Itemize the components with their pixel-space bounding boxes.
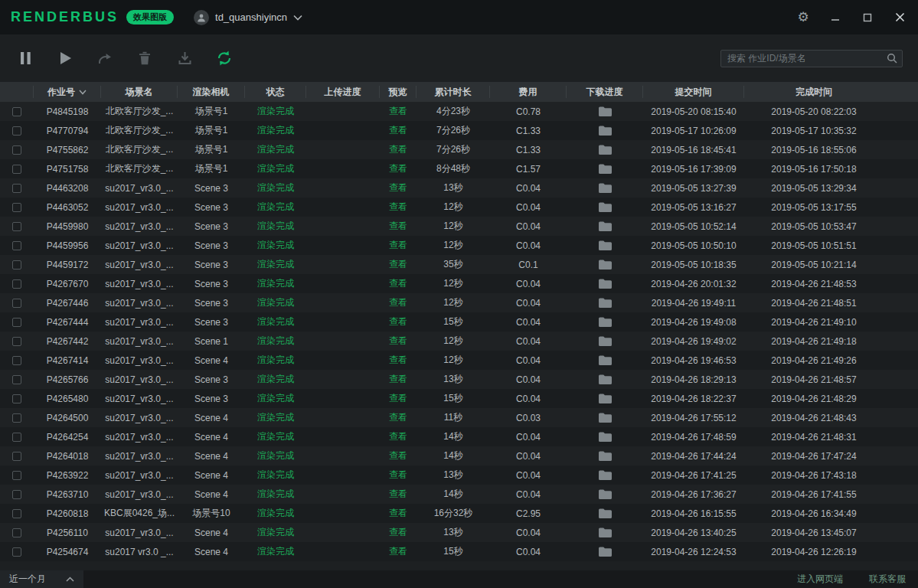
download-folder-icon[interactable] (567, 102, 643, 121)
row-checkbox[interactable] (12, 413, 21, 423)
download-folder-icon[interactable] (567, 504, 643, 523)
row-checkbox[interactable] (12, 126, 21, 136)
table-row[interactable]: P4260818KBC展0426_场...场景号10渲染完成查看16分32秒C2… (0, 504, 918, 523)
download-folder-icon[interactable] (567, 523, 643, 542)
download-folder-icon[interactable] (567, 408, 643, 427)
contact-support-link[interactable]: 联系客服 (869, 573, 906, 586)
row-checkbox[interactable] (12, 547, 21, 557)
table-row[interactable]: P4254674su2017 vr3.0 _...Scene 4渲染完成查看15… (0, 542, 918, 561)
table-row[interactable]: P4770794北欧客厅沙发_...场景号1渲染完成查看7分26秒C1.3320… (0, 121, 918, 140)
start-button[interactable] (55, 48, 75, 68)
time-range-filter[interactable]: 近一个月 (0, 570, 83, 588)
download-folder-icon[interactable] (567, 389, 643, 408)
table-row[interactable]: P4265480su2017_vr3.0_...Scene 3渲染完成查看15秒… (0, 389, 918, 408)
preview-link[interactable]: 查看 (380, 255, 417, 274)
table-row[interactable]: P4267444su2017_vr3.0_...Scene 3渲染完成查看15秒… (0, 312, 918, 332)
table-row[interactable]: P4263922su2017_vr3.0_...Scene 4渲染完成查看13秒… (0, 466, 918, 485)
download-folder-icon[interactable] (567, 427, 643, 446)
table-row[interactable]: P4459956su2017_vr3.0_...Scene 3渲染完成查看12秒… (0, 236, 918, 255)
preview-link[interactable]: 查看 (380, 159, 417, 178)
refresh-button[interactable] (214, 48, 234, 68)
preview-link[interactable]: 查看 (380, 446, 417, 466)
preview-link[interactable]: 查看 (380, 121, 417, 140)
table-row[interactable]: P4265766su2017_vr3.0_...Scene 3渲染完成查看13秒… (0, 370, 918, 389)
row-checkbox[interactable] (12, 471, 21, 480)
download-folder-icon[interactable] (567, 255, 643, 274)
maximize-button[interactable] (860, 10, 875, 25)
preview-link[interactable]: 查看 (380, 102, 417, 121)
row-checkbox[interactable] (12, 356, 21, 365)
download-folder-icon[interactable] (567, 332, 643, 351)
row-checkbox[interactable] (12, 509, 21, 518)
download-folder-icon[interactable] (567, 274, 643, 293)
preview-link[interactable]: 查看 (380, 389, 417, 408)
row-checkbox[interactable] (12, 337, 21, 346)
preview-link[interactable]: 查看 (380, 198, 417, 217)
table-row[interactable]: P4264018su2017_vr3.0_...Scene 4渲染完成查看14秒… (0, 446, 918, 466)
preview-link[interactable]: 查看 (380, 504, 417, 523)
download-folder-icon[interactable] (567, 159, 643, 178)
row-checkbox[interactable] (12, 528, 21, 537)
table-row[interactable]: P4751758北欧客厅沙发_...场景号1渲染完成查看8分48秒C1.5720… (0, 159, 918, 178)
open-web-link[interactable]: 进入网页端 (797, 573, 843, 586)
row-checkbox[interactable] (12, 318, 21, 327)
download-folder-icon[interactable] (567, 446, 643, 466)
table-row[interactable]: P4459172su2017_vr3.0_...Scene 3渲染完成查看35秒… (0, 255, 918, 274)
preview-link[interactable]: 查看 (380, 485, 417, 504)
row-checkbox[interactable] (12, 222, 21, 231)
table-row[interactable]: P4264254su2017_vr3.0_...Scene 4渲染完成查看14秒… (0, 427, 918, 446)
row-checkbox[interactable] (12, 241, 21, 250)
table-row[interactable]: P4267670su2017_vr3.0_...Scene 3渲染完成查看12秒… (0, 274, 918, 293)
row-checkbox[interactable] (12, 107, 21, 116)
table-row[interactable]: P4264500su2017_vr3.0_...Scene 4渲染完成查看11秒… (0, 408, 918, 427)
download-folder-icon[interactable] (567, 121, 643, 140)
chevron-down-icon[interactable] (79, 90, 87, 95)
preview-link[interactable]: 查看 (380, 236, 417, 255)
row-checkbox[interactable] (12, 260, 21, 270)
download-folder-icon[interactable] (567, 466, 643, 485)
preview-link[interactable]: 查看 (380, 370, 417, 389)
header-job-id[interactable]: 作业号 (34, 86, 101, 98)
minimize-button[interactable] (828, 10, 843, 25)
download-folder-icon[interactable] (567, 312, 643, 332)
download-folder-icon[interactable] (567, 351, 643, 370)
preview-link[interactable]: 查看 (380, 140, 417, 159)
download-button[interactable] (175, 48, 194, 68)
download-folder-icon[interactable] (567, 217, 643, 236)
download-folder-icon[interactable] (567, 236, 643, 255)
row-checkbox[interactable] (12, 452, 21, 461)
settings-gear-icon[interactable]: ⚙ (795, 10, 811, 25)
download-folder-icon[interactable] (567, 198, 643, 217)
preview-link[interactable]: 查看 (380, 293, 417, 312)
table-row[interactable]: P4256110su2017_vr3.0_...Scene 4渲染完成查看13秒… (0, 523, 918, 542)
download-folder-icon[interactable] (567, 293, 643, 312)
row-checkbox[interactable] (12, 433, 21, 442)
row-checkbox[interactable] (12, 375, 21, 384)
table-row[interactable]: P4845198北欧客厅沙发_...场景号1渲染完成查看4分23秒C0.7820… (0, 102, 918, 121)
download-folder-icon[interactable] (567, 542, 643, 561)
table-row[interactable]: P4755862北欧客厅沙发_...场景号1渲染完成查看7分26秒C1.3320… (0, 140, 918, 159)
table-row[interactable]: P4263710su2017_vr3.0_...Scene 4渲染完成查看14秒… (0, 485, 918, 504)
user-account-menu[interactable]: td_quanshiyincn (194, 10, 302, 25)
delete-button[interactable] (135, 48, 155, 68)
table-row[interactable]: P4267414su2017_vr3.0_...Scene 4渲染完成查看12秒… (0, 351, 918, 370)
preview-link[interactable]: 查看 (380, 274, 417, 293)
table-row[interactable]: P4267446su2017_vr3.0_...Scene 3渲染完成查看12秒… (0, 293, 918, 312)
download-folder-icon[interactable] (567, 370, 643, 389)
preview-link[interactable]: 查看 (380, 217, 417, 236)
preview-link[interactable]: 查看 (380, 523, 417, 542)
table-row[interactable]: P4463052su2017_vr3.0_...Scene 3渲染完成查看12秒… (0, 198, 918, 217)
download-folder-icon[interactable] (567, 485, 643, 504)
download-folder-icon[interactable] (567, 178, 643, 198)
resubmit-button[interactable] (95, 48, 115, 68)
close-button[interactable] (892, 10, 907, 25)
row-checkbox[interactable] (12, 299, 21, 308)
row-checkbox[interactable] (12, 203, 21, 212)
preview-link[interactable]: 查看 (380, 312, 417, 332)
preview-link[interactable]: 查看 (380, 351, 417, 370)
search-icon[interactable] (887, 53, 897, 64)
preview-link[interactable]: 查看 (380, 427, 417, 446)
row-checkbox[interactable] (12, 394, 21, 403)
table-row[interactable]: P4459980su2017_vr3.0_...Scene 3渲染完成查看12秒… (0, 217, 918, 236)
row-checkbox[interactable] (12, 490, 21, 499)
